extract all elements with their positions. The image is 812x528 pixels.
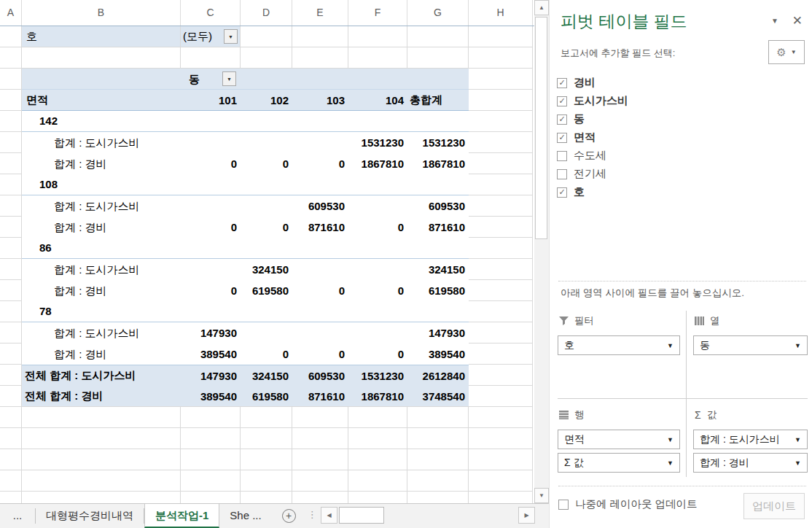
cell[interactable]	[469, 132, 533, 153]
cell-col-a[interactable]	[0, 69, 22, 90]
field-item-도시가스비[interactable]: ✓도시가스비	[557, 92, 806, 110]
value-cell[interactable]	[181, 259, 241, 280]
cell[interactable]	[407, 492, 469, 503]
cell-col-a[interactable]	[0, 217, 22, 238]
cell[interactable]	[241, 47, 292, 69]
cell-col-a[interactable]	[0, 343, 22, 365]
cell[interactable]	[181, 492, 241, 503]
value-cell[interactable]: 1867810	[407, 153, 469, 174]
cell[interactable]	[22, 492, 181, 503]
field-item-경비[interactable]: ✓경비	[557, 74, 806, 92]
cell[interactable]	[469, 280, 533, 301]
row-label-cell[interactable]: 합계 : 도시가스비	[22, 322, 181, 343]
field-list-tools-button[interactable]: ⚙ ▼	[768, 40, 805, 64]
cell[interactable]	[469, 386, 533, 407]
value-cell[interactable]: 2612840	[407, 365, 469, 386]
value-cell[interactable]	[241, 322, 292, 343]
cell[interactable]	[469, 492, 533, 503]
value-cell[interactable]: 389540	[181, 343, 241, 365]
cell-col-a[interactable]	[0, 26, 22, 47]
cell-col-a[interactable]	[0, 428, 22, 449]
column-field-row[interactable]: 동▼	[22, 69, 469, 90]
filter-field-cell[interactable]: 호	[22, 26, 181, 47]
sheet-tab-overflow[interactable]: ...	[0, 504, 35, 528]
scroll-up-icon[interactable]: ▲	[534, 0, 549, 15]
cell-col-a[interactable]	[0, 195, 22, 217]
value-cell[interactable]	[241, 195, 292, 217]
cell[interactable]	[407, 26, 469, 47]
defer-layout-checkbox[interactable]	[558, 500, 569, 510]
value-cell[interactable]: 0	[348, 217, 407, 238]
cell[interactable]	[469, 407, 533, 428]
value-cell[interactable]: 1867810	[348, 153, 407, 174]
cell-col-a[interactable]	[0, 132, 22, 153]
area-item-rows-0[interactable]: 면적▼	[558, 430, 680, 449]
area-item-values-0[interactable]: 합계 : 도시가스비▼	[693, 430, 808, 449]
value-cell[interactable]: 0	[181, 153, 241, 174]
row-label-cell[interactable]: 합계 : 경비	[22, 153, 181, 174]
cell[interactable]	[469, 259, 533, 280]
value-cell[interactable]: 609530	[407, 195, 469, 217]
grand-total-column-header[interactable]: 총합계	[407, 90, 469, 110]
value-cell[interactable]	[348, 322, 407, 343]
cell[interactable]	[407, 449, 469, 470]
vertical-scrollbar-thumb[interactable]	[535, 17, 547, 239]
value-cell[interactable]: 3748540	[407, 386, 469, 406]
field-item-수도세[interactable]: 수도세	[557, 147, 806, 165]
cell[interactable]	[469, 365, 533, 386]
column-header-F[interactable]: F	[348, 0, 407, 26]
cell[interactable]	[348, 449, 407, 470]
row-label-cell[interactable]: 합계 : 도시가스비	[22, 195, 181, 217]
value-cell[interactable]: 324150	[407, 259, 469, 280]
cell[interactable]	[407, 428, 469, 449]
value-cell[interactable]: 0	[181, 280, 241, 301]
cell[interactable]	[469, 195, 533, 217]
value-cell[interactable]: 0	[348, 280, 407, 301]
cell[interactable]	[469, 90, 533, 111]
row-label-cell[interactable]: 합계 : 경비	[22, 217, 181, 238]
value-cell[interactable]: 871610	[292, 217, 348, 238]
cell[interactable]	[348, 470, 407, 492]
cell[interactable]	[181, 47, 241, 69]
cell[interactable]	[22, 449, 181, 470]
group-label-cell[interactable]: 78	[22, 301, 469, 322]
column-header-value[interactable]: 102	[241, 90, 292, 110]
field-checkbox[interactable]	[557, 151, 567, 161]
value-cell[interactable]	[292, 322, 348, 343]
row-label-cell[interactable]: 전체 합계 : 도시가스비	[22, 365, 181, 386]
value-cell[interactable]: 1531230	[348, 132, 407, 153]
cell-col-a[interactable]	[0, 90, 22, 111]
cell-col-a[interactable]	[0, 47, 22, 69]
cell[interactable]	[469, 69, 533, 90]
cell-col-a[interactable]	[0, 322, 22, 343]
cell[interactable]	[469, 470, 533, 492]
cell[interactable]	[469, 428, 533, 449]
column-field-dropdown-button[interactable]: ▼	[222, 71, 236, 86]
cell[interactable]	[22, 47, 181, 69]
value-cell[interactable]: 324150	[241, 365, 292, 386]
value-cell[interactable]: 619580	[241, 280, 292, 301]
panel-close-icon[interactable]: ✕	[792, 13, 803, 28]
field-checkbox[interactable]: ✓	[557, 114, 567, 125]
cell[interactable]	[407, 407, 469, 428]
cell[interactable]	[292, 470, 348, 492]
cell-col-a[interactable]	[0, 365, 22, 386]
cell[interactable]	[407, 470, 469, 492]
cell[interactable]	[469, 153, 533, 174]
cell-col-a[interactable]	[0, 407, 22, 428]
column-header-value[interactable]: 101	[181, 90, 241, 110]
cell[interactable]	[181, 470, 241, 492]
value-cell[interactable]	[181, 195, 241, 217]
scroll-down-icon[interactable]: ▼	[534, 488, 549, 503]
cell[interactable]	[469, 26, 533, 47]
cell[interactable]	[348, 407, 407, 428]
value-cell[interactable]: 609530	[292, 195, 348, 217]
area-item-filter-0[interactable]: 호▼	[558, 335, 680, 355]
cell[interactable]	[181, 449, 241, 470]
field-item-동[interactable]: ✓동	[557, 110, 806, 128]
value-cell[interactable]: 0	[348, 343, 407, 365]
field-checkbox[interactable]: ✓	[557, 78, 567, 88]
cell[interactable]	[181, 428, 241, 449]
column-header-value[interactable]: 103	[292, 90, 348, 110]
cell-col-a[interactable]	[0, 111, 22, 132]
